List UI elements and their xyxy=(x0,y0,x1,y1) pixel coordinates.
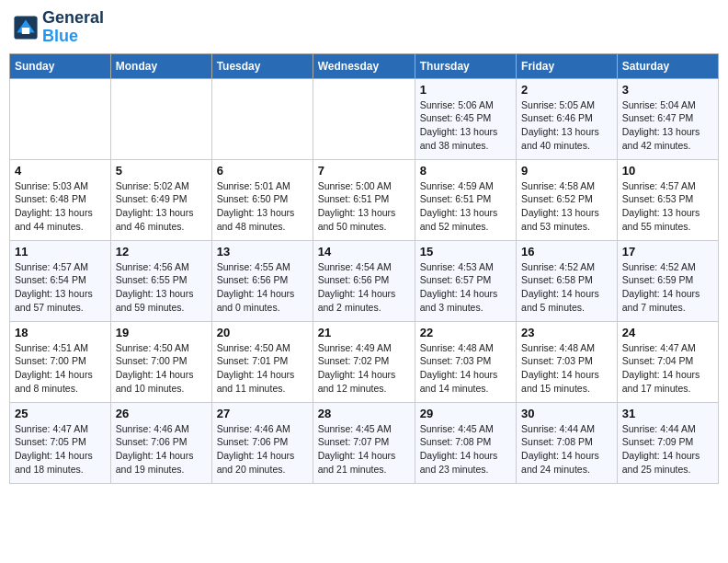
calendar-cell: 13Sunrise: 4:55 AM Sunset: 6:56 PM Dayli… xyxy=(211,240,313,321)
day-number: 23 xyxy=(521,326,612,339)
day-detail: Sunrise: 4:44 AM Sunset: 7:08 PM Dayligh… xyxy=(521,422,612,477)
day-detail: Sunrise: 5:05 AM Sunset: 6:46 PM Dayligh… xyxy=(521,98,612,153)
weekday-header: Sunday xyxy=(10,53,111,78)
day-number: 31 xyxy=(622,407,713,420)
day-detail: Sunrise: 4:59 AM Sunset: 6:51 PM Dayligh… xyxy=(420,179,511,234)
day-number: 3 xyxy=(622,83,713,97)
day-detail: Sunrise: 4:45 AM Sunset: 7:08 PM Dayligh… xyxy=(420,422,511,477)
weekday-header: Saturday xyxy=(617,53,718,78)
day-number: 20 xyxy=(217,326,308,339)
day-detail: Sunrise: 4:47 AM Sunset: 7:04 PM Dayligh… xyxy=(622,341,713,396)
weekday-header: Thursday xyxy=(415,53,516,78)
day-detail: Sunrise: 4:50 AM Sunset: 7:00 PM Dayligh… xyxy=(116,341,207,396)
calendar-cell: 30Sunrise: 4:44 AM Sunset: 7:08 PM Dayli… xyxy=(517,402,618,483)
day-detail: Sunrise: 4:46 AM Sunset: 7:06 PM Dayligh… xyxy=(217,422,308,477)
page-header: General Blue xyxy=(9,9,719,46)
calendar-cell: 18Sunrise: 4:51 AM Sunset: 7:00 PM Dayli… xyxy=(10,321,111,402)
day-number: 6 xyxy=(217,164,308,178)
day-number: 14 xyxy=(318,245,410,259)
calendar-cell: 24Sunrise: 4:47 AM Sunset: 7:04 PM Dayli… xyxy=(617,321,718,402)
calendar-cell: 16Sunrise: 4:52 AM Sunset: 6:58 PM Dayli… xyxy=(517,240,618,321)
day-detail: Sunrise: 4:47 AM Sunset: 7:05 PM Dayligh… xyxy=(15,422,106,477)
calendar-week-row: 25Sunrise: 4:47 AM Sunset: 7:05 PM Dayli… xyxy=(10,402,719,483)
calendar-cell: 9Sunrise: 4:58 AM Sunset: 6:52 PM Daylig… xyxy=(517,159,618,240)
logo: General Blue xyxy=(13,9,104,46)
calendar-cell: 15Sunrise: 4:53 AM Sunset: 6:57 PM Dayli… xyxy=(415,240,516,321)
day-detail: Sunrise: 5:01 AM Sunset: 6:50 PM Dayligh… xyxy=(217,179,308,234)
day-detail: Sunrise: 4:55 AM Sunset: 6:56 PM Dayligh… xyxy=(217,260,308,315)
weekday-header: Tuesday xyxy=(211,53,313,78)
day-number: 10 xyxy=(622,164,713,178)
day-detail: Sunrise: 4:52 AM Sunset: 6:58 PM Dayligh… xyxy=(521,260,612,315)
calendar-week-row: 18Sunrise: 4:51 AM Sunset: 7:00 PM Dayli… xyxy=(10,321,719,402)
day-number: 26 xyxy=(116,407,207,420)
calendar-cell: 3Sunrise: 5:04 AM Sunset: 6:47 PM Daylig… xyxy=(617,78,718,159)
calendar-cell: 22Sunrise: 4:48 AM Sunset: 7:03 PM Dayli… xyxy=(415,321,516,402)
day-number: 17 xyxy=(622,245,713,259)
calendar-cell xyxy=(110,78,211,159)
calendar-cell: 8Sunrise: 4:59 AM Sunset: 6:51 PM Daylig… xyxy=(415,159,516,240)
day-number: 7 xyxy=(318,164,410,178)
calendar-cell: 7Sunrise: 5:00 AM Sunset: 6:51 PM Daylig… xyxy=(313,159,415,240)
day-number: 25 xyxy=(15,407,106,420)
calendar-cell: 27Sunrise: 4:46 AM Sunset: 7:06 PM Dayli… xyxy=(211,402,313,483)
calendar-cell: 21Sunrise: 4:49 AM Sunset: 7:02 PM Dayli… xyxy=(313,321,415,402)
day-number: 8 xyxy=(420,164,511,178)
day-detail: Sunrise: 4:56 AM Sunset: 6:55 PM Dayligh… xyxy=(116,260,207,315)
calendar-week-row: 4Sunrise: 5:03 AM Sunset: 6:48 PM Daylig… xyxy=(10,159,719,240)
calendar-cell: 29Sunrise: 4:45 AM Sunset: 7:08 PM Dayli… xyxy=(415,402,516,483)
weekday-header-row: SundayMondayTuesdayWednesdayThursdayFrid… xyxy=(10,53,719,78)
calendar-cell: 31Sunrise: 4:44 AM Sunset: 7:09 PM Dayli… xyxy=(617,402,718,483)
calendar-cell xyxy=(211,78,313,159)
day-number: 15 xyxy=(420,245,511,259)
day-detail: Sunrise: 4:52 AM Sunset: 6:59 PM Dayligh… xyxy=(622,260,713,315)
day-detail: Sunrise: 4:49 AM Sunset: 7:02 PM Dayligh… xyxy=(318,341,410,396)
day-number: 27 xyxy=(217,407,308,420)
calendar-cell xyxy=(313,78,415,159)
day-detail: Sunrise: 4:50 AM Sunset: 7:01 PM Dayligh… xyxy=(217,341,308,396)
calendar-cell: 28Sunrise: 4:45 AM Sunset: 7:07 PM Dayli… xyxy=(313,402,415,483)
calendar-cell: 2Sunrise: 5:05 AM Sunset: 6:46 PM Daylig… xyxy=(517,78,618,159)
day-detail: Sunrise: 4:46 AM Sunset: 7:06 PM Dayligh… xyxy=(116,422,207,477)
calendar-cell: 25Sunrise: 4:47 AM Sunset: 7:05 PM Dayli… xyxy=(10,402,111,483)
day-detail: Sunrise: 5:03 AM Sunset: 6:48 PM Dayligh… xyxy=(15,179,106,234)
day-number: 22 xyxy=(420,326,511,339)
calendar-week-row: 11Sunrise: 4:57 AM Sunset: 6:54 PM Dayli… xyxy=(10,240,719,321)
calendar-cell: 19Sunrise: 4:50 AM Sunset: 7:00 PM Dayli… xyxy=(110,321,211,402)
day-detail: Sunrise: 4:48 AM Sunset: 7:03 PM Dayligh… xyxy=(521,341,612,396)
calendar-cell: 1Sunrise: 5:06 AM Sunset: 6:45 PM Daylig… xyxy=(415,78,516,159)
day-detail: Sunrise: 4:51 AM Sunset: 7:00 PM Dayligh… xyxy=(15,341,106,396)
day-number: 24 xyxy=(622,326,713,339)
day-number: 1 xyxy=(420,83,511,97)
day-detail: Sunrise: 4:53 AM Sunset: 6:57 PM Dayligh… xyxy=(420,260,511,315)
calendar-cell: 5Sunrise: 5:02 AM Sunset: 6:49 PM Daylig… xyxy=(110,159,211,240)
day-number: 19 xyxy=(116,326,207,339)
day-detail: Sunrise: 4:58 AM Sunset: 6:52 PM Dayligh… xyxy=(521,179,612,234)
day-number: 5 xyxy=(116,164,207,178)
calendar-cell: 6Sunrise: 5:01 AM Sunset: 6:50 PM Daylig… xyxy=(211,159,313,240)
day-detail: Sunrise: 4:45 AM Sunset: 7:07 PM Dayligh… xyxy=(318,422,410,477)
calendar-cell: 10Sunrise: 4:57 AM Sunset: 6:53 PM Dayli… xyxy=(617,159,718,240)
day-number: 9 xyxy=(521,164,612,178)
weekday-header: Wednesday xyxy=(313,53,415,78)
calendar-cell: 20Sunrise: 4:50 AM Sunset: 7:01 PM Dayli… xyxy=(211,321,313,402)
calendar-cell: 12Sunrise: 4:56 AM Sunset: 6:55 PM Dayli… xyxy=(110,240,211,321)
weekday-header: Friday xyxy=(517,53,618,78)
calendar-cell: 14Sunrise: 4:54 AM Sunset: 6:56 PM Dayli… xyxy=(313,240,415,321)
calendar-cell: 11Sunrise: 4:57 AM Sunset: 6:54 PM Dayli… xyxy=(10,240,111,321)
calendar-cell xyxy=(10,78,111,159)
day-number: 12 xyxy=(116,245,207,259)
day-detail: Sunrise: 5:02 AM Sunset: 6:49 PM Dayligh… xyxy=(116,179,207,234)
day-number: 11 xyxy=(15,245,106,259)
calendar-cell: 4Sunrise: 5:03 AM Sunset: 6:48 PM Daylig… xyxy=(10,159,111,240)
day-number: 16 xyxy=(521,245,612,259)
day-detail: Sunrise: 4:44 AM Sunset: 7:09 PM Dayligh… xyxy=(622,422,713,477)
day-detail: Sunrise: 4:48 AM Sunset: 7:03 PM Dayligh… xyxy=(420,341,511,396)
day-number: 28 xyxy=(318,407,410,420)
logo-text: General Blue xyxy=(42,9,104,46)
calendar-week-row: 1Sunrise: 5:06 AM Sunset: 6:45 PM Daylig… xyxy=(10,78,719,159)
calendar-table: SundayMondayTuesdayWednesdayThursdayFrid… xyxy=(9,53,719,484)
calendar-cell: 26Sunrise: 4:46 AM Sunset: 7:06 PM Dayli… xyxy=(110,402,211,483)
day-number: 13 xyxy=(217,245,308,259)
day-detail: Sunrise: 5:00 AM Sunset: 6:51 PM Dayligh… xyxy=(318,179,410,234)
